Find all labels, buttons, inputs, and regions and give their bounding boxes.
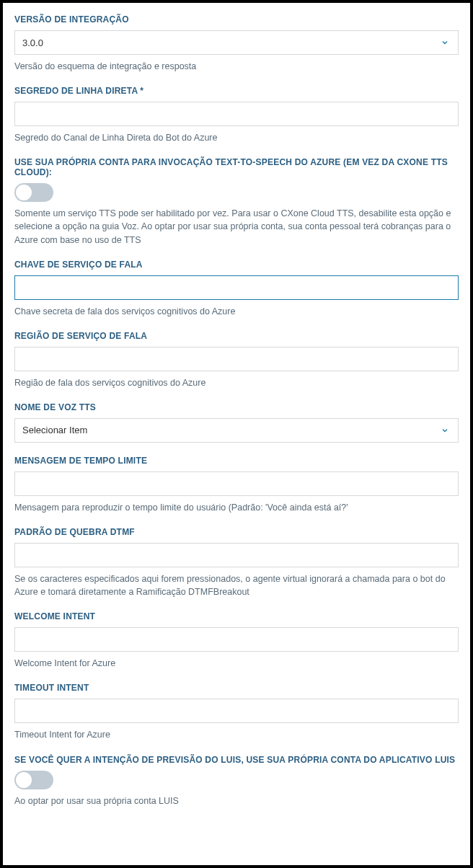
help-direct-line-secret: Segredo do Canal de Linha Direta do Bot … xyxy=(14,131,459,144)
label-own-tts-account: USE SUA PRÓPRIA CONTA PARA INVOCAÇÃO TEX… xyxy=(14,157,459,177)
label-integration-version: VERSÃO DE INTEGRAÇÃO xyxy=(14,14,459,25)
select-integration-version[interactable]: 3.0.0 xyxy=(14,30,459,55)
field-luis-own-account: SE VOCÊ QUER A INTENÇÃO DE PREVISÃO DO L… xyxy=(14,755,459,807)
toggle-knob xyxy=(16,772,32,788)
chevron-down-icon xyxy=(441,38,449,47)
input-welcome-intent[interactable] xyxy=(14,627,459,652)
select-tts-voice-name[interactable]: Selecionar Item xyxy=(14,418,459,443)
label-timeout-intent: TIMEOUT INTENT xyxy=(14,683,459,693)
help-own-tts-account: Somente um serviço TTS pode ser habilita… xyxy=(14,207,459,246)
field-timeout-intent: TIMEOUT INTENT Timeout Intent for Azure xyxy=(14,683,459,741)
field-welcome-intent: WELCOME INTENT Welcome Intent for Azure xyxy=(14,611,459,670)
input-dtmf-break-pattern[interactable] xyxy=(14,543,459,567)
chevron-down-icon xyxy=(441,426,449,435)
field-speech-service-region: REGIÃO DE SERVIÇO DE FALA Região de fala… xyxy=(14,331,459,389)
input-speech-service-key[interactable] xyxy=(14,275,459,300)
input-timeout-intent[interactable] xyxy=(14,699,459,723)
help-integration-version: Versão do esquema de integração e respos… xyxy=(14,60,459,73)
input-direct-line-secret[interactable] xyxy=(14,102,459,126)
field-own-tts-account: USE SUA PRÓPRIA CONTA PARA INVOCAÇÃO TEX… xyxy=(14,157,459,246)
input-timeout-message[interactable] xyxy=(14,471,459,496)
select-value: 3.0.0 xyxy=(22,37,43,48)
label-speech-service-region: REGIÃO DE SERVIÇO DE FALA xyxy=(14,331,459,341)
label-direct-line-secret: SEGREDO DE LINHA DIRETA * xyxy=(14,86,459,96)
label-timeout-message: MENSAGEM DE TEMPO LIMITE xyxy=(14,456,459,466)
help-speech-service-key: Chave secreta de fala dos serviços cogni… xyxy=(14,305,459,318)
toggle-own-tts-account[interactable] xyxy=(14,183,53,202)
help-speech-service-region: Região de fala dos serviços cognitivos d… xyxy=(14,376,459,389)
help-welcome-intent: Welcome Intent for Azure xyxy=(14,657,459,670)
help-luis-own-account: Ao optar por usar sua própria conta LUIS xyxy=(14,794,459,807)
field-integration-version: VERSÃO DE INTEGRAÇÃO 3.0.0 Versão do esq… xyxy=(14,14,459,73)
label-dtmf-break-pattern: PADRÃO DE QUEBRA DTMF xyxy=(14,527,459,537)
field-dtmf-break-pattern: PADRÃO DE QUEBRA DTMF Se os caracteres e… xyxy=(14,527,459,598)
label-speech-service-key: CHAVE DE SERVIÇO DE FALA xyxy=(14,260,459,270)
form-container: VERSÃO DE INTEGRAÇÃO 3.0.0 Versão do esq… xyxy=(3,3,470,865)
select-value: Selecionar Item xyxy=(22,425,87,435)
field-tts-voice-name: NOME DE VOZ TTS Selecionar Item xyxy=(14,402,459,443)
label-tts-voice-name: NOME DE VOZ TTS xyxy=(14,402,459,412)
toggle-knob xyxy=(16,185,32,200)
help-timeout-message: Mensagem para reproduzir o tempo limite … xyxy=(14,501,459,514)
input-speech-service-region[interactable] xyxy=(14,347,459,371)
label-luis-own-account: SE VOCÊ QUER A INTENÇÃO DE PREVISÃO DO L… xyxy=(14,755,459,765)
toggle-luis-own-account[interactable] xyxy=(14,771,53,789)
help-dtmf-break-pattern: Se os caracteres especificados aqui fore… xyxy=(14,572,459,598)
field-timeout-message: MENSAGEM DE TEMPO LIMITE Mensagem para r… xyxy=(14,456,459,514)
label-welcome-intent: WELCOME INTENT xyxy=(14,611,459,621)
field-direct-line-secret: SEGREDO DE LINHA DIRETA * Segredo do Can… xyxy=(14,86,459,144)
help-timeout-intent: Timeout Intent for Azure xyxy=(14,728,459,741)
field-speech-service-key: CHAVE DE SERVIÇO DE FALA Chave secreta d… xyxy=(14,260,459,318)
